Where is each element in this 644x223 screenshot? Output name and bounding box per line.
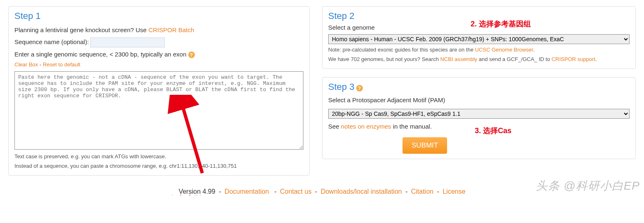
step1-title: Step 1 [14, 11, 41, 21]
wehave-prefix: We have 702 genomes, but not yours? Sear… [328, 56, 440, 62]
chrom-range-note: Instead of a sequence, you can paste a c… [14, 162, 303, 170]
step2-title: Step 2 [328, 11, 355, 21]
separator: - [437, 188, 439, 195]
step2-panel: Step 2 Select a genome Homo sapiens - Hu… [322, 6, 636, 69]
contact-link[interactable]: Contact us [280, 188, 311, 195]
ucsc-browser-link[interactable]: UCSC Genome Browser [475, 47, 533, 53]
version-text: Version 4.99 [179, 188, 215, 195]
separator: - [405, 188, 407, 195]
see-notes-row: See notes on enzymes in the manual. [328, 122, 630, 131]
downloads-link[interactable]: Downloads/local installation [321, 188, 402, 195]
seqname-label: Sequence name (optional): [14, 38, 89, 45]
select-pam-label: Select a Protospacer Adjacent Motif (PAM… [328, 96, 630, 105]
wehave-suffix: . [595, 56, 597, 62]
note-prefix: Note: pre-calculated exonic guides for t… [328, 47, 475, 53]
select-genome-label: Select a genome [328, 23, 630, 33]
step1-panel: Step 1 Planning a lentiviral gene knocko… [8, 6, 310, 176]
reset-default-link[interactable]: Reset to default [43, 61, 80, 68]
step2-wehave-row: We have 702 genomes, but not yours? Sear… [328, 55, 630, 63]
genome-select[interactable]: Homo sapiens - Human - UCSC Feb. 2009 (G… [328, 34, 630, 44]
submit-button[interactable]: SUBMIT [402, 137, 447, 154]
wehave-mid: and send a GCF_/GCA_ ID to [477, 56, 552, 62]
textcase-note: Text case is preserved, e.g. you can mar… [14, 153, 303, 161]
step2-note-row: Note: pre-calculated exonic guides for t… [328, 46, 630, 54]
see-suffix: in the manual. [391, 123, 432, 130]
see-prefix: See [328, 123, 341, 130]
seqname-row: Sequence name (optional): [14, 38, 303, 47]
separator: - [315, 188, 317, 195]
help-icon[interactable]: ? [188, 52, 195, 58]
separator: - [219, 188, 221, 195]
pam-select[interactable]: 20bp-NGG - Sp Cas9, SpCas9-HF1, eSpCas9 … [328, 109, 630, 119]
notes-enzymes-link[interactable]: notes on enzymes [341, 123, 391, 130]
documentation-link[interactable]: Documentation [225, 188, 269, 195]
note-suffix: . [533, 47, 535, 53]
step3-title: Step 3 [328, 82, 355, 92]
watermark: 头条 @科研小白EP [536, 178, 640, 194]
help-icon[interactable]: ? [356, 85, 363, 92]
crispor-support-link[interactable]: CRISPOR support [552, 56, 595, 62]
ncbi-assembly-link[interactable]: NCBI assembly [440, 56, 477, 62]
separator: - [272, 188, 277, 195]
clear-reset-row: Clear Box - Reset to default [14, 61, 303, 69]
planning-prefix: Planning a lentiviral gene knockout scre… [14, 26, 148, 33]
enter-seq-label: Enter a single genomic sequence, < 2300 … [14, 51, 187, 58]
step3-panel: Step 3 ? Select a Protospacer Adjacent M… [322, 77, 636, 159]
citation-link[interactable]: Citation [411, 188, 433, 195]
license-link[interactable]: License [443, 188, 465, 195]
step1-planning-line: Planning a lentiviral gene knockout scre… [14, 26, 303, 35]
enter-seq-label-row: Enter a single genomic sequence, < 2300 … [14, 50, 303, 59]
sequence-textarea[interactable] [14, 71, 303, 150]
dash: - [38, 61, 43, 68]
clear-box-link[interactable]: Clear Box [14, 61, 38, 68]
crispor-batch-link[interactable]: CRISPOR Batch [148, 26, 194, 33]
sequence-name-input[interactable] [90, 38, 165, 47]
